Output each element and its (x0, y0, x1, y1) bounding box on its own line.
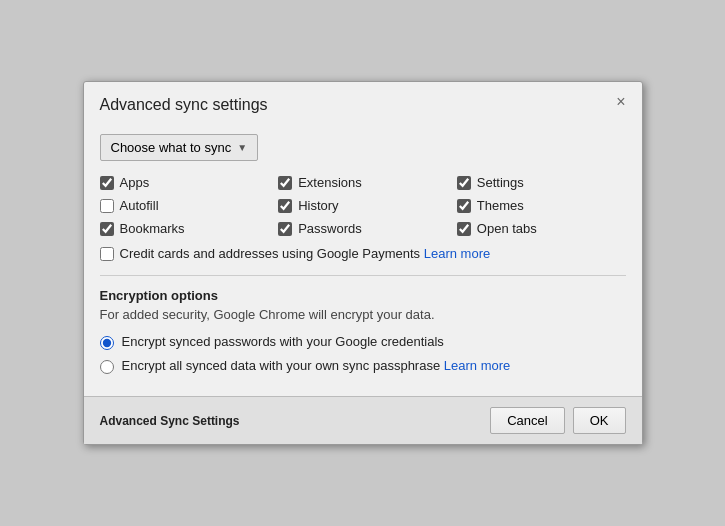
footer-title: Advanced Sync Settings (100, 414, 240, 428)
footer-buttons: Cancel OK (490, 407, 625, 434)
sync-item-themes: Themes (457, 198, 626, 213)
open-tabs-checkbox[interactable] (457, 222, 471, 236)
open-tabs-label[interactable]: Open tabs (477, 221, 537, 236)
sync-item-open-tabs: Open tabs (457, 221, 626, 236)
history-checkbox[interactable] (278, 199, 292, 213)
extensions-label[interactable]: Extensions (298, 175, 362, 190)
choose-sync-dropdown[interactable]: Choose what to sync ▼ (100, 134, 259, 161)
dialog-body: Choose what to sync ▼ Apps Extensions Se… (84, 124, 642, 396)
google-payments-row: Credit cards and addresses using Google … (100, 246, 626, 261)
dropdown-label: Choose what to sync (111, 140, 232, 155)
bookmarks-checkbox[interactable] (100, 222, 114, 236)
encrypt-passwords-label[interactable]: Encrypt synced passwords with your Googl… (122, 334, 444, 349)
extensions-checkbox[interactable] (278, 176, 292, 190)
sync-item-extensions: Extensions (278, 175, 447, 190)
history-label[interactable]: History (298, 198, 338, 213)
themes-checkbox[interactable] (457, 199, 471, 213)
autofill-checkbox[interactable] (100, 199, 114, 213)
chevron-down-icon: ▼ (237, 142, 247, 153)
encrypt-passwords-radio[interactable] (100, 336, 114, 350)
autofill-label[interactable]: Autofill (120, 198, 159, 213)
ok-button[interactable]: OK (573, 407, 626, 434)
themes-label[interactable]: Themes (477, 198, 524, 213)
advanced-sync-dialog: Advanced sync settings × Choose what to … (83, 81, 643, 445)
cancel-button[interactable]: Cancel (490, 407, 564, 434)
encrypt-all-learn-more-link[interactable]: Learn more (444, 358, 510, 373)
section-divider (100, 275, 626, 276)
encryption-title: Encryption options (100, 288, 626, 303)
passwords-label[interactable]: Passwords (298, 221, 362, 236)
apps-checkbox[interactable] (100, 176, 114, 190)
encryption-section: Encryption options For added security, G… (100, 288, 626, 374)
passwords-checkbox[interactable] (278, 222, 292, 236)
sync-item-apps: Apps (100, 175, 269, 190)
sync-item-autofill: Autofill (100, 198, 269, 213)
sync-item-bookmarks: Bookmarks (100, 221, 269, 236)
dialog-footer: Advanced Sync Settings Cancel OK (84, 396, 642, 444)
sync-item-passwords: Passwords (278, 221, 447, 236)
bookmarks-label[interactable]: Bookmarks (120, 221, 185, 236)
encrypt-all-label[interactable]: Encrypt all synced data with your own sy… (122, 358, 511, 373)
encrypt-all-option: Encrypt all synced data with your own sy… (100, 358, 626, 374)
google-payments-checkbox[interactable] (100, 247, 114, 261)
google-payments-label: Credit cards and addresses using Google … (120, 246, 491, 261)
encrypt-passwords-option: Encrypt synced passwords with your Googl… (100, 334, 626, 350)
dialog-title: Advanced sync settings (100, 96, 268, 113)
dialog-title-bar: Advanced sync settings × (84, 82, 642, 124)
google-payments-learn-more-link[interactable]: Learn more (424, 246, 490, 261)
settings-label[interactable]: Settings (477, 175, 524, 190)
sync-item-settings: Settings (457, 175, 626, 190)
sync-items-grid: Apps Extensions Settings Autofill Histor… (100, 175, 626, 236)
sync-item-history: History (278, 198, 447, 213)
apps-label[interactable]: Apps (120, 175, 150, 190)
close-button[interactable]: × (612, 92, 629, 112)
settings-checkbox[interactable] (457, 176, 471, 190)
encrypt-all-radio[interactable] (100, 360, 114, 374)
encryption-description: For added security, Google Chrome will e… (100, 307, 626, 322)
